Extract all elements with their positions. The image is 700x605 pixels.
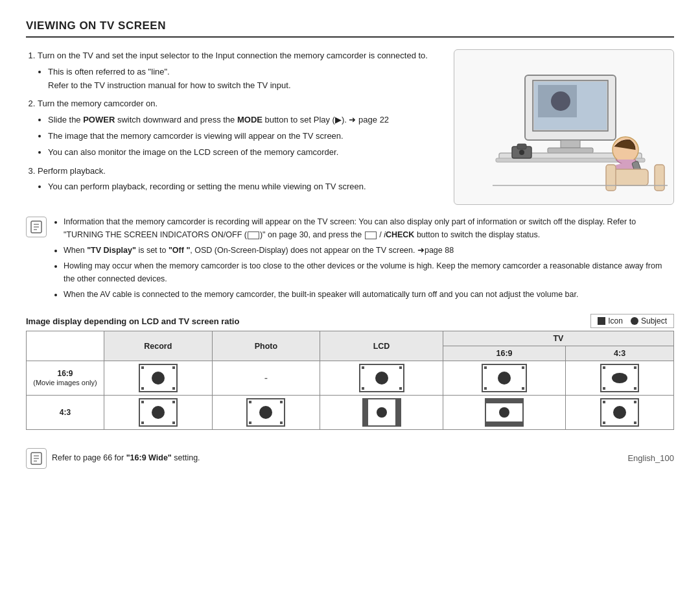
col-empty [27,331,104,361]
corner-br-tv169 [522,387,524,390]
screen-169-tv169 [482,364,527,392]
indicator-icon [248,231,259,239]
hbar-content [486,403,522,421]
screen-169-record [139,364,178,392]
step2-bullet3: You can also monitor the image on the LC… [48,146,441,160]
footer-note: Refer to page 66 for "16:9 Wide" setting… [26,447,200,469]
footer-memo-icon [29,451,43,466]
corner-br-tv43 [634,387,636,390]
corner-tl [141,366,144,369]
legend-circle-icon [631,317,638,325]
vbar-left [364,399,368,425]
step-3: Perform playback. You can perform playba… [38,165,441,195]
corner-br-43p [280,421,283,424]
screen-43-tv169 [485,398,524,427]
cell-169-photo: - [212,361,320,396]
corner-br-43r [172,421,175,424]
memo-icon-svg [29,220,43,234]
corner-bl-lcd [362,387,364,390]
screen-43-tv43 [600,398,639,427]
corner-bl-43p [249,421,251,424]
button-icon-1 [365,231,377,239]
step2-text: Turn the memory camcorder on. [38,99,158,108]
page-number: English_100 [627,453,674,463]
cell-169-tv43 [566,361,674,396]
table-row-169: 16:9 (Movie images only) [27,361,674,396]
note-1: Information that the memory camcorder is… [64,215,674,241]
corner-marks-43p [249,401,283,424]
screen-43-record [139,398,178,427]
note-text-block: Information that the memory camcorder is… [53,215,674,303]
corner-tl-43r [141,401,144,403]
row-label-169: 16:9 (Movie images only) [27,361,104,396]
corner-bl-tv169 [484,387,487,390]
step-1: Turn on the TV and set the input selecto… [38,49,441,92]
table-header-row: Image display depending on LCD and TV sc… [26,314,674,328]
note-3: Howling may occur when the memory camcor… [64,259,674,285]
corner-tl-tv43 [603,366,605,369]
legend-icon-item: Icon [598,316,623,326]
corner-tl-43p [249,401,251,403]
col-photo: Photo [212,331,320,361]
step-2: Turn the memory camcorder on. Slide the … [38,97,441,159]
corner-bl [141,387,144,390]
corner-bl-tv43 [603,387,605,390]
hbar-bottom [486,421,522,425]
ratio-table: Record Photo LCD TV 16:9 4:3 16:9 (Movie… [26,331,674,430]
legend-icon-label: Icon [608,316,623,326]
corner-marks-lcd [362,366,402,390]
corner-tr-43tv43 [634,401,636,403]
screen-43-lcd [362,398,401,427]
legend: Icon Subject [590,314,674,328]
corner-marks-43r [141,401,175,424]
note-icon [26,217,47,237]
corner-marks-43tv43 [603,401,636,424]
footer-note-text: Refer to page 66 for "16:9 Wide" setting… [52,453,200,462]
cell-43-photo [212,396,320,430]
step3-bullet1: You can perform playback, recording or s… [48,180,441,194]
svg-rect-15 [606,165,616,191]
col-lcd: LCD [320,331,443,361]
page-footer: Refer to page 66 for "16:9 Wide" setting… [26,442,674,469]
tv-illustration-svg [460,56,668,198]
col-tv-43: 4:3 [566,346,674,361]
svg-rect-16 [655,165,664,191]
dash-indicator: - [264,372,268,383]
cell-169-tv169 [443,361,565,396]
table-header-row-1: Record Photo LCD TV [27,331,674,346]
cell-43-tv169 [443,396,565,430]
corner-tr [172,366,175,369]
corner-tr-tv43 [634,366,636,369]
legend-subject-label: Subject [641,316,667,326]
tv-illustration-container [454,49,674,205]
cell-43-record [104,396,213,430]
corner-tr-lcd [399,366,402,369]
cell-169-record [104,361,213,396]
svg-rect-6 [548,148,593,153]
corner-tr-43r [172,401,175,403]
page-title: VIEWING ON TV SCREEN [26,19,674,38]
svg-rect-5 [561,140,580,148]
corner-tl-lcd [362,366,364,369]
corner-bl-43tv43 [603,421,605,424]
screen-169-tv43 [600,364,639,392]
table-subtitle: Image display depending on LCD and TV sc… [26,316,239,326]
footer-note-icon [26,448,47,469]
vbar-content [368,399,395,425]
corner-br-lcd [399,387,402,390]
screen-43-photo [246,398,285,427]
table-row-43: 4:3 [27,396,674,430]
step1-bullet1: This is often referred to as "line". Ref… [48,65,441,93]
svg-rect-10 [517,144,526,149]
col-tv: TV [443,331,673,346]
step1-text: Turn on the TV and set the input selecto… [38,51,428,60]
vbar-right [395,399,400,425]
col-record: Record [104,331,213,361]
svg-point-4 [551,91,570,111]
row-label-43: 4:3 [27,396,104,430]
corner-bl-43r [141,421,144,424]
svg-point-11 [519,150,524,155]
corner-br-43tv43 [634,421,636,424]
cell-43-lcd [320,396,443,430]
corner-tl-tv169 [484,366,487,369]
